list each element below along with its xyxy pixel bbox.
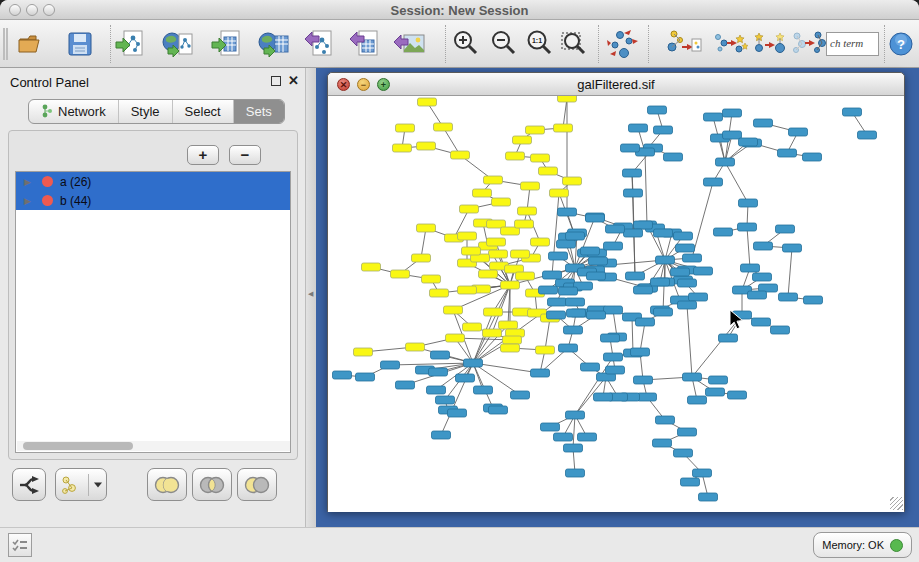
network-node-yellow[interactable] [479,270,498,278]
network-node-yellow[interactable] [417,142,436,150]
network-node-blue[interactable] [714,228,733,236]
network-node-yellow[interactable] [396,124,415,132]
network-node-blue[interactable] [656,416,675,424]
network-node-yellow[interactable] [503,336,522,344]
network-node-blue[interactable] [564,326,583,334]
network-node-blue[interactable] [716,158,735,166]
network-node-blue[interactable] [723,109,742,117]
import-table-file-button[interactable] [208,26,244,62]
network-node-blue[interactable] [566,298,585,306]
import-network-url-button[interactable] [160,26,196,62]
first-neighbors-button[interactable] [712,26,748,62]
network-node-blue[interactable] [653,439,672,447]
network-node-yellow[interactable] [484,308,503,316]
network-node-yellow[interactable] [460,205,479,213]
network-node-blue[interactable] [654,229,673,237]
network-node-yellow[interactable] [511,250,530,258]
network-node-blue[interactable] [623,169,642,177]
network-node-blue[interactable] [789,128,808,136]
network-node-yellow[interactable] [499,321,518,329]
network-node-blue[interactable] [333,371,352,379]
network-node-blue[interactable] [748,291,767,299]
network-node-blue[interactable] [739,138,758,146]
network-node-blue[interactable] [689,293,708,301]
network-node-yellow[interactable] [536,346,555,354]
import-table-url-button[interactable] [256,26,292,62]
set-row-b[interactable]: ▶ b (44) [16,191,290,210]
network-node-blue[interactable] [566,232,585,240]
apply-preferred-layout-button[interactable] [604,26,640,62]
network-node-blue[interactable] [704,178,723,186]
horizontal-scrollbar[interactable] [17,441,291,451]
close-panel-button[interactable]: ✕ [288,73,299,88]
network-node-yellow[interactable] [434,123,453,131]
network-node-yellow[interactable] [489,250,508,258]
network-node-blue[interactable] [858,131,877,139]
network-canvas[interactable] [328,96,904,512]
tab-sets[interactable]: Sets [234,100,284,124]
network-frame[interactable]: ✕ − + galFiltered.sif [327,72,905,512]
network-node-blue[interactable] [548,298,567,306]
save-session-button[interactable] [62,26,98,62]
network-node-blue[interactable] [606,225,625,233]
network-node-blue[interactable] [587,311,606,319]
zoom-actual-size-button[interactable]: 1:1 [521,26,557,62]
network-node-blue[interactable] [566,411,585,419]
network-node-blue[interactable] [664,153,683,161]
export-network-button[interactable] [301,26,337,62]
network-frame-titlebar[interactable]: ✕ − + galFiltered.sif [328,73,904,96]
network-node-blue[interactable] [674,232,693,240]
network-node-yellow[interactable] [563,177,582,185]
network-node-yellow[interactable] [393,144,412,152]
remove-set-button[interactable]: − [229,145,261,165]
network-node-blue[interactable] [586,214,605,222]
network-node-blue[interactable] [578,433,597,441]
network-node-blue[interactable] [636,318,655,326]
network-node-blue[interactable] [624,189,643,197]
network-node-yellow[interactable] [362,263,381,271]
zoom-fit-selected-button[interactable] [556,26,592,62]
network-node-blue[interactable] [654,126,673,134]
zoom-out-button[interactable] [486,26,522,62]
network-node-blue[interactable] [489,406,508,414]
network-node-yellow[interactable] [492,198,511,206]
network-node-blue[interactable] [559,344,578,352]
network-node-blue[interactable] [431,351,450,359]
network-node-blue[interactable] [634,286,653,294]
expander-icon[interactable]: ▶ [24,196,34,206]
network-node-blue[interactable] [678,301,697,309]
tab-style[interactable]: Style [119,100,173,124]
network-node-blue[interactable] [779,293,798,301]
network-node-blue[interactable] [719,334,738,342]
network-node-blue[interactable] [581,363,600,371]
network-node-yellow[interactable] [473,189,492,197]
network-node-blue[interactable] [739,199,758,207]
network-node-blue[interactable] [566,469,585,477]
network-node-yellow[interactable] [506,152,525,160]
network-node-blue[interactable] [539,286,558,294]
network-node-blue[interactable] [432,431,451,439]
tab-network[interactable]: Network [29,100,119,124]
network-node-yellow[interactable] [501,281,520,289]
network-node-blue[interactable] [629,124,648,132]
network-node-blue[interactable] [738,223,757,231]
network-node-blue[interactable] [381,361,400,369]
network-node-blue[interactable] [803,153,822,161]
open-session-button[interactable] [14,26,50,62]
network-node-yellow[interactable] [516,272,535,280]
network-node-blue[interactable] [557,240,576,248]
network-node-blue[interactable] [651,278,670,286]
network-node-yellow[interactable] [458,286,477,294]
network-node-blue[interactable] [678,428,697,436]
new-network-from-selection-button[interactable] [666,26,702,62]
network-node-yellow[interactable] [462,247,481,255]
show-graphics-details-button[interactable] [790,26,826,62]
network-node-yellow[interactable] [539,167,558,175]
network-node-blue[interactable] [671,268,690,276]
network-node-blue[interactable] [843,108,862,116]
network-node-yellow[interactable] [451,151,470,159]
network-node-blue[interactable] [531,369,550,377]
network-node-blue[interactable] [464,359,483,367]
network-node-blue[interactable] [754,242,773,250]
network-node-blue[interactable] [728,391,747,399]
